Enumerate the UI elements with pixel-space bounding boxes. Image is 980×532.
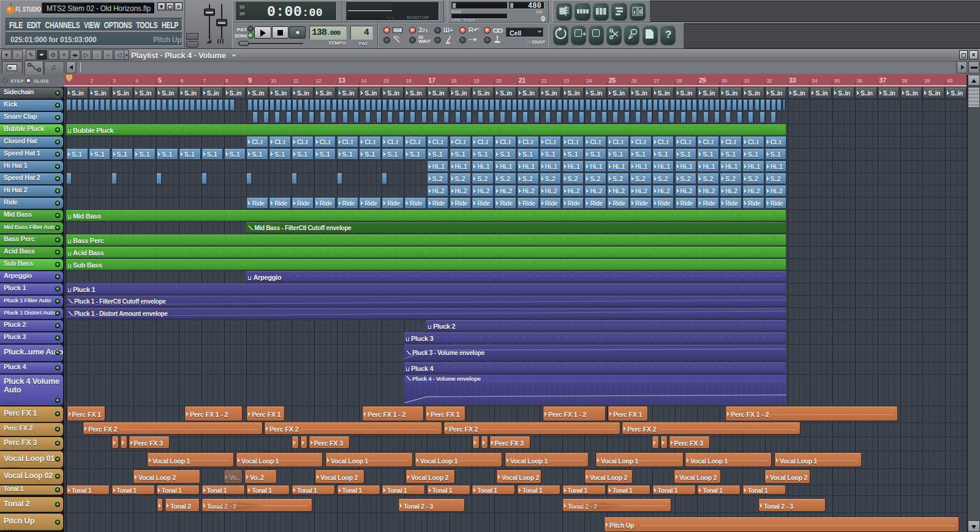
- svg-text:?: ?: [665, 29, 671, 40]
- svg-text:FL STUDIO: FL STUDIO: [15, 6, 41, 13]
